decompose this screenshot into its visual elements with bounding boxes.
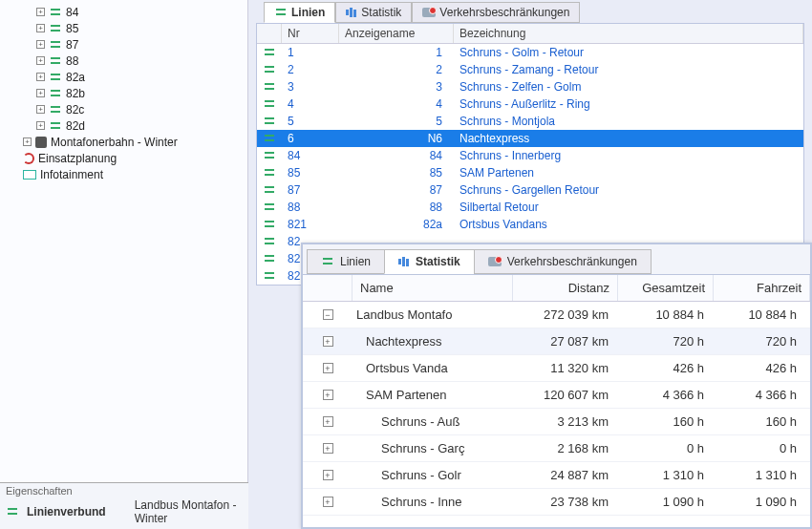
col-distanz[interactable]: Distanz bbox=[513, 275, 618, 301]
route-icon bbox=[321, 257, 334, 266]
cell-fahrzeit: 1 310 h bbox=[714, 468, 810, 482]
expand-icon[interactable]: + bbox=[36, 24, 45, 32]
route-icon bbox=[49, 89, 62, 98]
tree-item-route[interactable]: +84 bbox=[36, 4, 247, 20]
stat-icon bbox=[398, 257, 410, 266]
expand-icon[interactable]: + bbox=[36, 89, 45, 97]
expand-icon[interactable]: + bbox=[23, 138, 32, 146]
grid-row[interactable]: 6N6Nachtexpress bbox=[257, 130, 803, 147]
tree-label: 82d bbox=[66, 119, 85, 133]
col-anzeigename[interactable]: Anzeigename bbox=[339, 24, 454, 43]
stat-row[interactable]: +Schruns - Golr24 887 km1 310 h1 310 h bbox=[303, 462, 810, 489]
tree-item-route[interactable]: +88 bbox=[36, 53, 247, 69]
grid-row[interactable]: 55Schruns - Montjola bbox=[257, 113, 803, 130]
stat-row[interactable]: +Ortsbus Vanda11 320 km426 h426 h bbox=[303, 355, 810, 382]
grid-row[interactable]: 8787Schruns - Gargellen Retour bbox=[257, 181, 803, 199]
grid-row[interactable]: 8888Silbertal Retour bbox=[257, 199, 803, 216]
cell-nr: 1 bbox=[282, 46, 339, 59]
grid-row[interactable]: 22Schruns - Zamang - Retour bbox=[257, 61, 803, 78]
expand-icon[interactable]: + bbox=[323, 363, 333, 373]
tab-label: Verkehrsbeschränkungen bbox=[439, 6, 569, 19]
cell-anzeigename: 82a bbox=[339, 218, 454, 231]
tab-linien-lg[interactable]: Linien bbox=[307, 249, 385, 274]
stat-row[interactable]: +Nachtexpress27 087 km720 h720 h bbox=[303, 328, 810, 355]
expand-icon[interactable]: + bbox=[323, 336, 333, 347]
cell-gesamtzeit: 1 310 h bbox=[618, 468, 714, 482]
route-icon bbox=[49, 73, 62, 82]
expand-icon[interactable]: + bbox=[36, 73, 45, 81]
col-gesamtzeit[interactable]: Gesamtzeit bbox=[618, 275, 714, 301]
stat-row[interactable]: −Landbus Montafo272 039 km10 884 h10 884… bbox=[303, 302, 810, 328]
tree-item-route[interactable]: +82d bbox=[36, 117, 247, 134]
cell-name: Schruns - Inne bbox=[353, 495, 513, 509]
expand-icon[interactable]: + bbox=[323, 416, 333, 427]
stat-row[interactable]: +SAM Partenen120 607 km4 366 h4 366 h bbox=[303, 382, 810, 409]
stat-row[interactable]: +Schruns - Auß3 213 km160 h160 h bbox=[303, 409, 810, 435]
route-icon bbox=[49, 24, 62, 33]
col-name[interactable]: Name bbox=[353, 275, 513, 301]
expand-icon[interactable]: + bbox=[323, 470, 333, 480]
tree-label: 88 bbox=[66, 54, 78, 68]
expand-icon[interactable]: + bbox=[36, 40, 45, 49]
tree-label: 85 bbox=[66, 22, 78, 35]
tree-item-route[interactable]: +85 bbox=[36, 20, 247, 36]
tree-label: 82a bbox=[66, 71, 85, 84]
col-fahrzeit[interactable]: Fahrzeit bbox=[714, 275, 810, 301]
train-icon bbox=[35, 137, 47, 148]
expand-icon[interactable]: + bbox=[323, 497, 333, 507]
tab-verkehr[interactable]: Verkehrsbeschränkungen bbox=[412, 2, 580, 23]
cell-nr: 2 bbox=[282, 63, 339, 76]
cell-distanz: 11 320 km bbox=[513, 361, 618, 375]
col-nr[interactable]: Nr bbox=[282, 24, 339, 43]
expand-icon[interactable]: + bbox=[36, 121, 45, 130]
cell-anzeigename: 4 bbox=[339, 97, 454, 111]
grid-row[interactable]: 33Schruns - Zelfen - Golm bbox=[257, 78, 803, 95]
tree-item-montafon[interactable]: + Montafonerbahn - Winter bbox=[23, 134, 247, 150]
cell-nr: 821 bbox=[282, 218, 339, 231]
stat-row[interactable]: +Schruns - Garç2 168 km0 h0 h bbox=[303, 435, 810, 462]
tree-item-info[interactable]: Infotainment bbox=[23, 166, 247, 182]
cell-distanz: 3 213 km bbox=[513, 414, 618, 429]
cell-bezeichnung: SAM Partenen bbox=[454, 166, 803, 180]
cell-distanz: 23 738 km bbox=[513, 495, 618, 509]
stat-row[interactable]: +Schruns - Inne23 738 km1 090 h1 090 h bbox=[303, 489, 810, 516]
tab-verkehr-lg[interactable]: Verkehrsbeschränkungen bbox=[474, 249, 652, 274]
tree-item-route[interactable]: +87 bbox=[36, 36, 247, 53]
grid-row[interactable]: 44Schruns - Außerlitz - Ring bbox=[257, 95, 803, 113]
expand-icon[interactable]: + bbox=[323, 390, 333, 400]
tree-item-route[interactable]: +82b bbox=[36, 85, 247, 101]
screen-icon bbox=[23, 170, 36, 180]
expand-icon[interactable]: + bbox=[323, 443, 333, 454]
tab-label: Statistik bbox=[361, 6, 401, 19]
grid-row[interactable]: 8585SAM Partenen bbox=[257, 164, 803, 181]
tree-pane: +84+85+87+88+82a+82b+82c+82d + Montafone… bbox=[0, 0, 248, 482]
grid-row[interactable]: 11Schruns - Golm - Retour bbox=[257, 44, 803, 61]
route-icon bbox=[263, 116, 276, 126]
cell-gesamtzeit: 426 h bbox=[618, 361, 714, 375]
grid-row[interactable]: 82182aOrtsbus Vandans bbox=[257, 216, 803, 233]
col-bezeichnung[interactable]: Bezeichnung bbox=[454, 24, 803, 43]
expand-icon[interactable]: + bbox=[36, 56, 45, 65]
tab-linien[interactable]: Linien bbox=[264, 2, 335, 23]
expand-icon[interactable]: + bbox=[36, 105, 45, 114]
cell-gesamtzeit: 4 366 h bbox=[618, 388, 714, 402]
route-icon bbox=[263, 254, 276, 264]
tree-item-einsatz[interactable]: Einsatzplanung bbox=[23, 150, 247, 166]
route-icon bbox=[263, 185, 276, 195]
expand-icon[interactable]: + bbox=[36, 8, 45, 16]
cell-gesamtzeit: 0 h bbox=[618, 441, 714, 455]
collapse-icon[interactable]: − bbox=[323, 309, 333, 320]
tree-item-route[interactable]: +82a bbox=[36, 69, 247, 85]
route-icon bbox=[263, 65, 276, 74]
cell-distanz: 27 087 km bbox=[513, 334, 618, 349]
cell-fahrzeit: 10 884 h bbox=[714, 307, 810, 322]
route-icon bbox=[263, 99, 276, 109]
grid-row[interactable]: 8484Schruns - Innerberg bbox=[257, 147, 803, 164]
tree-label: 84 bbox=[66, 6, 78, 19]
route-icon bbox=[263, 237, 276, 246]
tab-statistik[interactable]: Statistik bbox=[335, 2, 412, 23]
cell-name: Ortsbus Vanda bbox=[353, 361, 513, 375]
tree-item-route[interactable]: +82c bbox=[36, 101, 247, 117]
tab-statistik-lg[interactable]: Statistik bbox=[384, 249, 475, 274]
stat-grid-header: Name Distanz Gesamtzeit Fahrzeit bbox=[303, 275, 810, 302]
